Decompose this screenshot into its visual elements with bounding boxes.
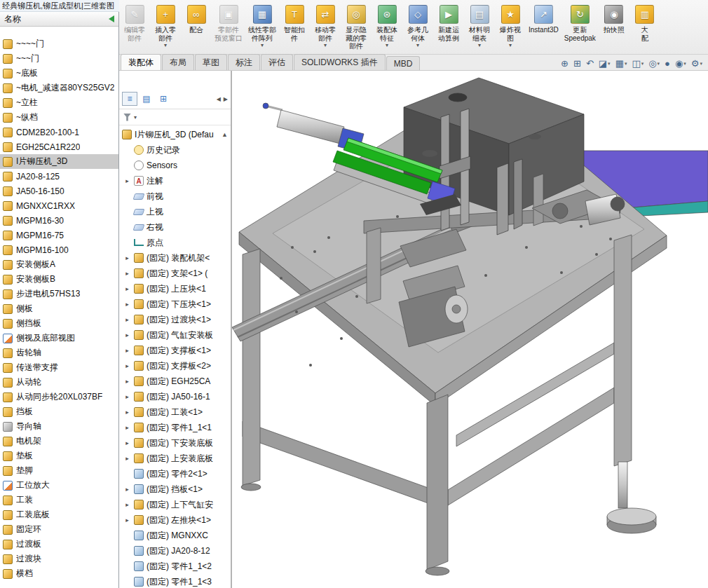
expand-arrow-icon[interactable]: ▸ xyxy=(123,270,131,277)
toolbar-button-take-snapshot[interactable]: ◉拍快照 xyxy=(599,0,629,54)
tree-component-item[interactable]: ▸(固定) 挡板<1> xyxy=(119,481,231,497)
tree-component-item[interactable]: ▸(固定) 零件1_1<1 xyxy=(119,420,231,435)
list-item[interactable]: 侧挡板 xyxy=(0,316,118,331)
expand-arrow-icon[interactable]: ▸ xyxy=(123,439,131,446)
expand-arrow-icon[interactable]: ▸ xyxy=(123,409,131,416)
expand-arrow-icon[interactable]: ▸ xyxy=(123,501,131,508)
propertymanager-tab[interactable]: ▤ xyxy=(139,92,154,106)
leveling-foot[interactable] xyxy=(607,462,656,533)
tree-root-item[interactable]: I片铆压机_3D (Defau ▲ xyxy=(119,127,231,142)
expand-arrow-icon[interactable]: ▸ xyxy=(123,393,131,400)
list-item[interactable]: ~立柱 xyxy=(0,95,118,110)
expand-arrow-icon[interactable]: ▸ xyxy=(123,362,131,369)
toolbar-button-linear-component-pattern[interactable]: ▦线性零部件阵列▾ xyxy=(245,0,279,54)
expand-arrow-icon[interactable]: ▸ xyxy=(123,486,131,493)
list-item[interactable]: 过渡块 xyxy=(0,552,118,566)
list-item[interactable]: 工装 xyxy=(0,493,118,507)
panel-prev-arrow-icon[interactable]: ◀ xyxy=(217,96,221,102)
collapse-panel-arrow-icon[interactable] xyxy=(109,15,114,22)
tree-special-item[interactable]: 原点 xyxy=(119,235,231,250)
tree-component-item[interactable]: ▸(固定) 装配机架< xyxy=(119,250,231,266)
list-item[interactable]: ~~~门 xyxy=(0,51,118,66)
tab-layout[interactable]: 布局 xyxy=(162,54,194,70)
list-item[interactable]: ~电机_减速器80YS25GV2 xyxy=(0,81,118,95)
tree-component-item[interactable]: ▸(固定) 左推块<1> xyxy=(119,512,231,528)
tree-component-item[interactable]: ▸(固定) 支架<1> ( xyxy=(119,266,231,281)
tree-component-item[interactable]: (固定) JA20-8-12 xyxy=(119,543,231,559)
tree-component-item[interactable]: ▸(固定) 下压块<1> xyxy=(119,296,231,312)
featuremanager-tab[interactable]: ≡ xyxy=(122,92,137,106)
list-item[interactable]: 安装侧板A xyxy=(0,257,118,272)
tree-component-item[interactable]: (固定) 零件2<1> xyxy=(119,466,231,481)
expand-arrow-icon[interactable]: ▸ xyxy=(123,517,131,524)
list-item[interactable]: 横档 xyxy=(0,566,118,581)
expand-arrow-icon[interactable]: ▸ xyxy=(123,177,131,184)
list-item[interactable]: 步进电机57HS13 xyxy=(0,287,118,301)
tree-component-item[interactable]: ▸(固定) 上安装底板 xyxy=(119,451,231,466)
expand-arrow-icon[interactable]: ▸ xyxy=(123,316,131,323)
list-item[interactable]: 工装底板 xyxy=(0,507,118,522)
toolbar-button-show-hidden-components[interactable]: ◎显示隐藏的零部件 xyxy=(341,0,372,54)
expand-arrow-icon[interactable]: ▸ xyxy=(123,378,131,385)
list-item[interactable]: ~~~~门 xyxy=(0,36,118,51)
tree-component-item[interactable]: ▸(固定) EGH25CA xyxy=(119,374,231,389)
toolbar-button-exploded-view[interactable]: ★爆炸视图▾ xyxy=(495,0,526,54)
list-item[interactable]: CDM2B20-100-1 xyxy=(0,125,118,139)
tree-special-item[interactable]: Sensors xyxy=(119,158,231,173)
tab-mbd[interactable]: MBD xyxy=(386,56,421,70)
tree-component-item[interactable]: (固定) 零件1_1<3 xyxy=(119,574,231,588)
tree-scroll-up-icon[interactable]: ▲ xyxy=(222,131,231,138)
list-item[interactable]: ~底板 xyxy=(0,66,118,81)
tree-component-item[interactable]: (固定) MGNXXC xyxy=(119,528,231,543)
tab-sketch[interactable]: 草图 xyxy=(195,54,227,70)
tree-special-item[interactable]: ▸A注解 xyxy=(119,173,231,189)
view-settings-icon[interactable]: ⚙▾ xyxy=(691,59,702,68)
list-item[interactable]: 从动同步轮20XL037BF xyxy=(0,390,118,404)
list-item[interactable]: 齿轮轴 xyxy=(0,346,118,360)
apply-scene-icon[interactable]: ◉▾ xyxy=(675,59,686,68)
list-item[interactable]: JA20-8-125 xyxy=(0,169,118,184)
toolbar-button-new-motion-study[interactable]: ▶新建运动算例 xyxy=(433,0,464,54)
filter-caret-icon[interactable]: ▾ xyxy=(134,114,137,121)
drive-motor[interactable] xyxy=(399,229,468,347)
toolbar-button-update-speedpak[interactable]: ↻更新Speedpak xyxy=(561,0,599,54)
list-item[interactable]: 工位放大 xyxy=(0,478,118,493)
tree-component-item[interactable]: ▸(固定) 支撑板<1> xyxy=(119,343,231,358)
expand-arrow-icon[interactable]: ▸ xyxy=(123,285,131,292)
panel-next-arrow-icon[interactable]: ▶ xyxy=(224,96,228,102)
toolbar-button-instant3d[interactable]: ↗Instant3D xyxy=(526,0,561,54)
machine-3d-model[interactable] xyxy=(232,71,708,588)
viewport[interactable] xyxy=(232,71,708,588)
filter-funnel-icon[interactable] xyxy=(123,114,131,121)
tree-component-item[interactable]: (固定) 零件1_1<2 xyxy=(119,559,231,574)
expand-arrow-icon[interactable]: ▸ xyxy=(123,331,131,339)
toolbar-button-component-preview-window[interactable]: ▣零部件预览窗口 xyxy=(212,0,245,54)
list-item[interactable]: 固定环 xyxy=(0,522,118,537)
expand-arrow-icon[interactable]: ▸ xyxy=(123,301,131,308)
toolbar-button-bill-of-materials[interactable]: ▤材料明细表▾ xyxy=(464,0,495,54)
tab-addins[interactable]: SOLIDWORKS 插件 xyxy=(294,54,386,70)
tree-component-item[interactable]: ▸(固定) 支撑板<2> xyxy=(119,358,231,374)
list-item[interactable]: MGPM16-30 xyxy=(0,213,118,228)
toolbar-button-large-design[interactable]: ▥大配 xyxy=(629,0,660,54)
tree-component-item[interactable]: ▸(固定) 下安装底板 xyxy=(119,435,231,451)
zoom-fit-icon[interactable]: ⊕ xyxy=(561,59,569,68)
list-item[interactable]: ~纵档 xyxy=(0,110,118,125)
tab-markup[interactable]: 标注 xyxy=(228,54,260,70)
toolbar-button-smart-fasteners[interactable]: T智能扣件 xyxy=(279,0,310,54)
toolbar-button-assembly-features[interactable]: ⊛装配体特征▾ xyxy=(372,0,402,54)
tree-component-item[interactable]: ▸(固定) 工装<1> xyxy=(119,404,231,420)
hide-show-items-icon[interactable]: ◎▾ xyxy=(648,59,660,68)
list-item[interactable]: 导向轴 xyxy=(0,419,118,434)
list-item[interactable]: MGPM16-100 xyxy=(0,242,118,257)
toolbar-button-move-component[interactable]: ⇄移动零部件▾ xyxy=(310,0,341,54)
tree-component-item[interactable]: ▸(固定) 上压块<1 xyxy=(119,281,231,296)
configurationmanager-tab[interactable]: ⊞ xyxy=(156,92,171,106)
display-style-icon[interactable]: ◫▾ xyxy=(632,59,644,68)
tree-special-item[interactable]: 历史记录 xyxy=(119,142,231,158)
tab-assembly[interactable]: 装配体 xyxy=(121,54,161,70)
edit-appearance-icon[interactable]: ● xyxy=(665,59,670,68)
list-item[interactable]: 垫脚 xyxy=(0,463,118,478)
expand-arrow-icon[interactable]: ▸ xyxy=(123,424,131,431)
tab-evaluate[interactable]: 评估 xyxy=(261,54,293,70)
